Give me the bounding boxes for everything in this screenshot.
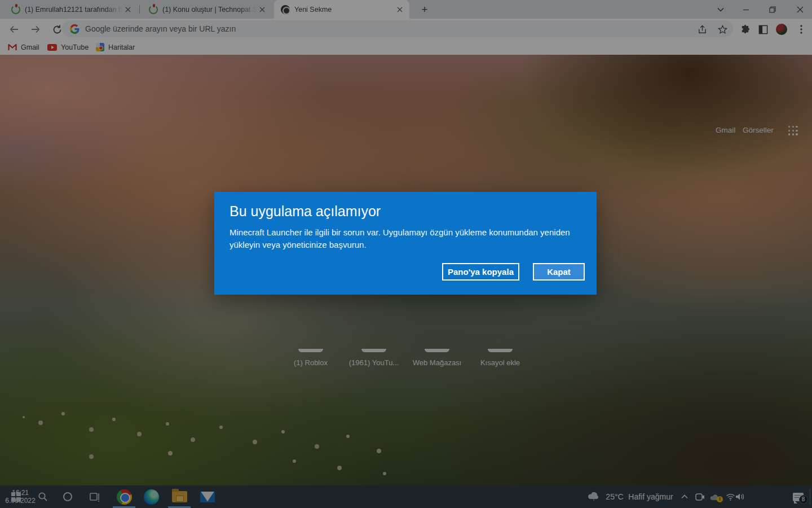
dialog-title: Bu uygulama açılamıyor bbox=[230, 203, 381, 220]
screen: (1) Emrullah12121 tarafından baş (1) Kon… bbox=[0, 0, 812, 508]
dialog-body: Minecraft Launcher ile ilgili bir sorun … bbox=[230, 226, 585, 251]
close-dialog-button[interactable]: Kapat bbox=[533, 263, 585, 281]
app-error-dialog: Bu uygulama açılamıyor Minecraft Launche… bbox=[214, 192, 597, 295]
copy-to-clipboard-button[interactable]: Pano'ya kopyala bbox=[442, 263, 519, 281]
